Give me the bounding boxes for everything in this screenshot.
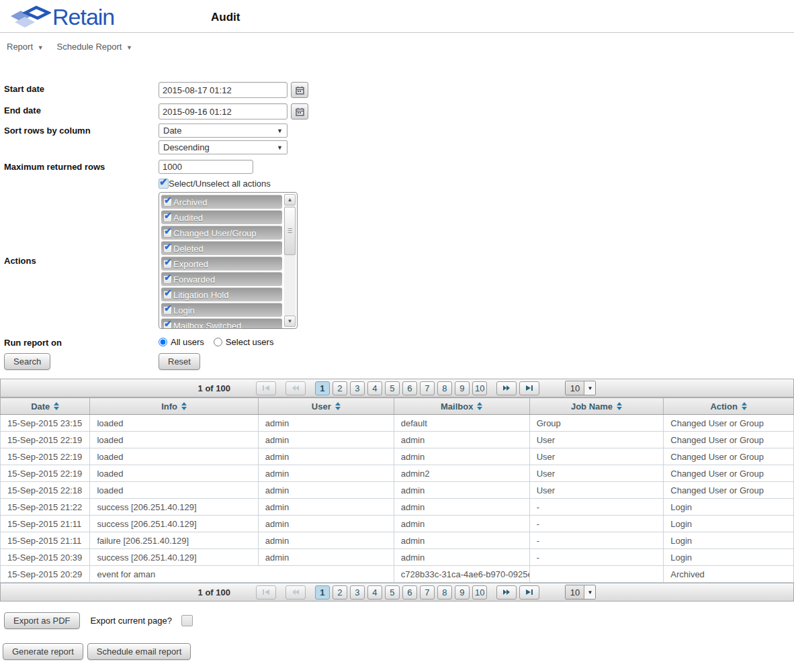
action-list-item[interactable]: ✔Changed User/Group (161, 226, 282, 240)
page-button-3[interactable]: 3 (350, 585, 365, 599)
sort-direction-value: Descending (163, 142, 210, 152)
action-list-item[interactable]: ✔Deleted (161, 241, 282, 255)
page-button-7[interactable]: 7 (420, 381, 435, 395)
generate-report-button[interactable]: Generate report (3, 643, 83, 660)
column-header-action[interactable]: Action (664, 398, 794, 415)
action-list-item[interactable]: ✔Litigation Hold (161, 287, 282, 301)
page-button-7[interactable]: 7 (420, 585, 435, 599)
page-button-3[interactable]: 3 (350, 381, 365, 395)
last-page-button[interactable] (519, 381, 539, 395)
checkbox-checked-icon: ✔ (163, 213, 172, 222)
menu-report[interactable]: Report ▼ (7, 42, 44, 52)
sort-icon (181, 402, 187, 410)
page-size-value: 10 (566, 585, 584, 599)
page-button-8[interactable]: 8 (437, 381, 452, 395)
audit-report-form: Start date End date Sort rows (0, 82, 794, 370)
page-size-select[interactable]: 10 ▼ (565, 585, 596, 599)
table-cell: Changed User or Group (664, 448, 794, 465)
table-cell: 15-Sep-2015 22:19 (1, 465, 90, 482)
schedule-email-report-button[interactable]: Schedule email report (87, 643, 191, 660)
sort-icon (54, 402, 59, 410)
page-button-8[interactable]: 8 (437, 585, 452, 599)
table-cell: 15-Sep-2015 21:11 (1, 516, 90, 532)
max-rows-label: Maximum returned rows (4, 160, 159, 172)
table-cell: admin (258, 549, 394, 566)
action-list-item[interactable]: ✔Audited (161, 210, 282, 224)
select-users-radio-input[interactable] (214, 338, 222, 346)
action-list-item[interactable]: ✔Exported (161, 256, 282, 271)
page-button-10[interactable]: 10 (472, 585, 487, 599)
start-date-input[interactable] (159, 82, 288, 98)
pager-status: 1 of 100 (198, 587, 230, 597)
reset-button[interactable]: Reset (159, 353, 200, 370)
search-button[interactable]: Search (4, 353, 50, 370)
next-page-button[interactable] (496, 585, 517, 599)
table-cell: - (529, 549, 664, 566)
column-header-job-name[interactable]: Job Name (529, 398, 664, 415)
column-header-date[interactable]: Date (1, 398, 90, 415)
page-button-2[interactable]: 2 (333, 585, 347, 599)
table-cell: admin (258, 465, 394, 482)
table-row: 15-Sep-2015 22:19loadedadminadminUserCha… (1, 432, 794, 448)
end-date-input[interactable] (159, 103, 288, 119)
select-all-actions-checkbox[interactable]: ✔ Select/Unselect all actions (159, 179, 271, 189)
all-users-radio-input[interactable] (159, 338, 167, 346)
first-page-button[interactable] (256, 381, 276, 395)
first-page-button[interactable] (256, 585, 276, 599)
action-list-item[interactable]: ✔Login (161, 303, 282, 317)
export-current-page-checkbox[interactable] (181, 615, 193, 626)
pager-controls: 12345678910 (256, 585, 539, 599)
export-current-page-label: Export current page? (91, 616, 172, 626)
scrollbar-thumb[interactable]: ☰ (284, 207, 296, 255)
page-button-1[interactable]: 1 (315, 585, 330, 599)
page-button-5[interactable]: 5 (385, 585, 400, 599)
scroll-up-icon[interactable]: ▲ (284, 194, 296, 205)
report-actions-row: Generate report Schedule email report (3, 643, 794, 660)
page-button-10[interactable]: 10 (472, 381, 487, 395)
sort-column-select[interactable]: Date ▼ (159, 124, 288, 138)
max-rows-input[interactable] (159, 160, 253, 174)
prev-page-button[interactable] (285, 585, 306, 599)
top-pager: 1 of 100 12345678910 10 ▼ (0, 379, 794, 397)
start-date-calendar-button[interactable] (291, 82, 308, 98)
column-header-label: Job Name (571, 401, 613, 412)
page-button-5[interactable]: 5 (385, 381, 400, 395)
action-item-label: Mailbox Switched (173, 321, 241, 330)
menu-schedule-report[interactable]: Schedule Report ▼ (57, 42, 132, 52)
next-page-button[interactable] (496, 381, 517, 395)
column-header-user[interactable]: User (258, 398, 394, 415)
column-header-info[interactable]: Info (90, 398, 258, 415)
checkbox-checked-icon: ✔ (159, 179, 169, 189)
scroll-down-icon[interactable]: ▼ (284, 316, 296, 327)
page-button-2[interactable]: 2 (333, 381, 347, 395)
action-list-item[interactable]: ✔Mailbox Switched (161, 318, 282, 329)
page-button-4[interactable]: 4 (367, 381, 382, 395)
page-button-4[interactable]: 4 (367, 585, 382, 599)
action-list-item[interactable]: ✔Archived (161, 195, 282, 209)
sort-direction-select[interactable]: Descending ▼ (159, 140, 288, 154)
page-button-1[interactable]: 1 (315, 381, 330, 395)
table-cell: loaded (90, 415, 258, 432)
table-cell: admin (258, 482, 394, 499)
checkbox-checked-icon: ✔ (163, 322, 172, 330)
page-button-6[interactable]: 6 (402, 381, 417, 395)
export-pdf-button[interactable]: Export as PDF (4, 612, 80, 629)
end-date-calendar-button[interactable] (291, 103, 308, 119)
column-header-mailbox[interactable]: Mailbox (394, 398, 529, 415)
prev-page-button[interactable] (285, 381, 306, 395)
table-cell: loaded (90, 465, 258, 482)
action-item-label: Changed User/Group (173, 228, 257, 238)
page-button-9[interactable]: 9 (455, 585, 470, 599)
action-list-item[interactable]: ✔Forwarded (161, 272, 282, 286)
actions-scrollbar[interactable]: ▲ ☰ ▼ (284, 194, 296, 327)
table-cell: admin (394, 532, 529, 549)
page-button-9[interactable]: 9 (455, 381, 470, 395)
page-size-select[interactable]: 10 ▼ (565, 381, 596, 395)
table-cell: c728b33c-31ca-4ae6-b970-0925e (394, 566, 529, 583)
page-button-6[interactable]: 6 (402, 585, 417, 599)
table-cell: admin (258, 432, 394, 448)
select-users-radio[interactable]: Select users (214, 337, 274, 347)
last-page-button[interactable] (519, 585, 539, 599)
all-users-radio[interactable]: All users (159, 337, 204, 347)
table-row: 15-Sep-2015 21:11success [206.251.40.129… (1, 516, 794, 532)
